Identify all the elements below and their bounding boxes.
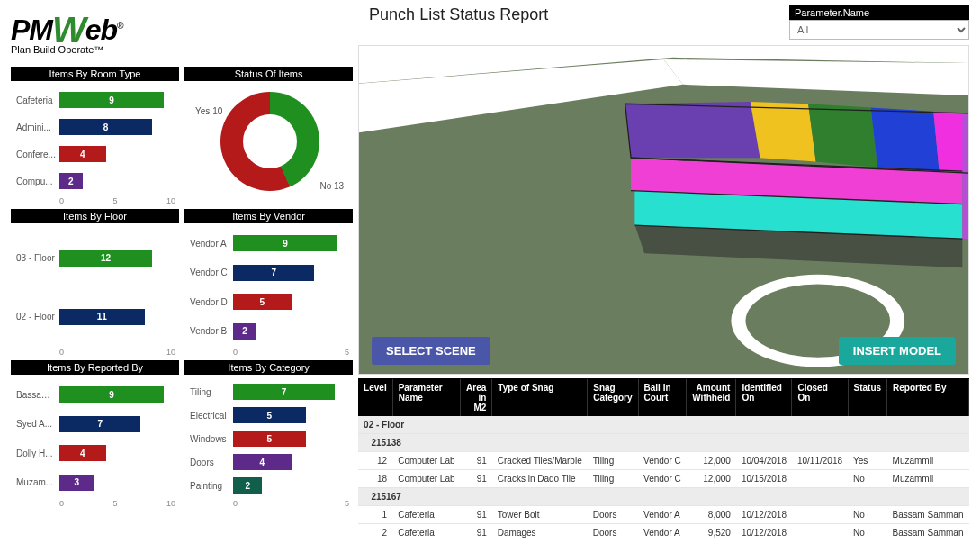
bar: 2 xyxy=(59,173,83,189)
axis-tick: 0 xyxy=(233,348,238,357)
svg-marker-15 xyxy=(962,113,968,239)
chart-title: Status Of Items xyxy=(184,67,353,81)
model-viewer[interactable]: SELECT SCENE INSERT MODEL xyxy=(358,45,969,375)
bar-label: 02 - Floor xyxy=(16,312,59,322)
donut-label-yes: Yes 10 xyxy=(195,106,222,116)
column-header[interactable]: Level xyxy=(358,379,392,416)
bar-row: 03 - Floor12 xyxy=(16,249,175,268)
bar: 11 xyxy=(59,309,145,325)
bar: 5 xyxy=(233,407,306,423)
table-row[interactable]: 2Cafeteria91DamagesDoorsVendor A9,52010/… xyxy=(358,524,968,541)
chart-title: Items By Floor xyxy=(11,209,179,223)
page-title: Punch List Status Report xyxy=(369,5,789,24)
axis-tick: 5 xyxy=(113,499,118,508)
select-scene-button[interactable]: SELECT SCENE xyxy=(372,337,490,365)
bar-label: Compu... xyxy=(16,177,59,186)
column-header[interactable]: Snag Category xyxy=(588,379,638,416)
bar: 7 xyxy=(233,384,335,400)
chart-vendor: Items By Vendor Vendor A9Vendor C7Vendor… xyxy=(184,209,353,358)
bar-row: Vendor C7 xyxy=(190,263,349,283)
svg-marker-13 xyxy=(871,108,940,172)
bar-label: Tiling xyxy=(190,387,233,397)
table-group-row[interactable]: 215167 xyxy=(358,488,968,506)
column-header[interactable]: Amount Withheld xyxy=(687,379,736,416)
bar: 4 xyxy=(59,445,106,461)
bar-label: 03 - Floor xyxy=(16,253,59,263)
chart-status: Status Of Items Yes 10 No 13 xyxy=(184,67,353,207)
table-row[interactable]: 12Computer Lab91Cracked Tiles/MarbleTili… xyxy=(358,452,968,470)
bar-row: Vendor A9 xyxy=(190,233,349,253)
logo-pre: PM xyxy=(11,14,52,46)
bar: 5 xyxy=(233,431,306,447)
bar-label: Syed A... xyxy=(16,419,59,429)
chart-title: Items By Vendor xyxy=(184,209,353,223)
column-header[interactable]: Ball In Court xyxy=(638,379,687,416)
axis-tick: 5 xyxy=(345,348,349,357)
column-header[interactable]: Identified On xyxy=(736,379,792,416)
bar-row: Confere...4 xyxy=(16,144,175,164)
chart-title: Items By Room Type xyxy=(11,67,179,81)
column-header[interactable]: Reported By xyxy=(887,379,969,416)
insert-model-button[interactable]: INSERT MODEL xyxy=(839,337,956,365)
axis-tick: 0 xyxy=(59,499,64,508)
table-group-row[interactable]: 215138 xyxy=(358,434,968,452)
bar: 4 xyxy=(59,146,106,162)
chart-reported-by: Items By Reported By Bassam...9Syed A...… xyxy=(11,360,179,510)
bar-label: Dolly H... xyxy=(16,449,59,458)
bar-row: Admini...8 xyxy=(16,117,175,137)
bar-row: Muzam...3 xyxy=(16,473,175,493)
bar: 9 xyxy=(233,235,337,251)
table-group-row[interactable]: 02 - Floor xyxy=(358,416,968,434)
bar-row: Vendor B2 xyxy=(190,322,349,341)
axis-tick: 10 xyxy=(166,348,175,357)
bar: 8 xyxy=(59,119,152,135)
bar-label: Vendor B xyxy=(190,326,233,336)
column-header[interactable]: Parameter Name xyxy=(392,379,460,416)
bar-label: Doors xyxy=(190,458,233,467)
bar-label: Vendor A xyxy=(190,239,233,249)
bar: 2 xyxy=(233,477,262,494)
column-header[interactable]: Area in M2 xyxy=(461,379,492,416)
donut-chart xyxy=(220,92,319,191)
column-header[interactable]: Type of Snag xyxy=(492,379,588,416)
table-row[interactable]: 18Computer Lab91Cracks in Dado TileTilin… xyxy=(358,470,968,488)
table-row[interactable]: 1Cafeteria91Tower BoltDoorsVendor A8,000… xyxy=(358,506,968,524)
bar: 9 xyxy=(59,386,164,403)
svg-marker-10 xyxy=(625,102,760,158)
bar-row: Syed A...7 xyxy=(16,414,175,434)
parameter-select[interactable]: All xyxy=(789,20,969,40)
bar-label: Confere... xyxy=(16,150,59,159)
data-table[interactable]: LevelParameter NameArea in M2Type of Sna… xyxy=(358,378,969,540)
bar-row: Compu...2 xyxy=(16,171,175,191)
bar: 12 xyxy=(59,250,152,267)
column-header[interactable]: Closed On xyxy=(792,379,848,416)
bar-label: Vendor C xyxy=(190,267,233,277)
chart-title: Items By Reported By xyxy=(11,360,179,375)
column-header[interactable]: Status xyxy=(848,379,887,416)
axis-tick: 0 xyxy=(59,196,64,205)
bar-row: Dolly H...4 xyxy=(16,443,175,463)
bar-row: Electrical5 xyxy=(190,405,349,425)
axis-tick: 10 xyxy=(166,499,175,508)
axis-tick: 5 xyxy=(345,499,349,508)
bar-row: Painting2 xyxy=(190,476,349,495)
bar: 7 xyxy=(59,416,140,432)
bar: 9 xyxy=(59,92,164,108)
svg-marker-11 xyxy=(751,102,816,161)
bar-label: Painting xyxy=(190,481,233,491)
chart-room-type: Items By Room Type Cafeteria9Admini...8C… xyxy=(11,67,179,207)
axis-tick: 0 xyxy=(59,348,64,357)
bar-row: Cafeteria9 xyxy=(16,90,175,110)
bar: 2 xyxy=(233,323,256,340)
bar: 7 xyxy=(233,265,314,281)
bar-label: Vendor D xyxy=(190,297,233,307)
bar-label: Bassam... xyxy=(16,390,59,400)
axis-tick: 0 xyxy=(233,499,238,508)
bar: 4 xyxy=(233,454,292,470)
bar-label: Muzam... xyxy=(16,477,59,487)
axis-tick: 10 xyxy=(166,196,175,205)
bar: 5 xyxy=(233,294,292,310)
svg-marker-12 xyxy=(808,104,877,168)
bar-row: Vendor D5 xyxy=(190,292,349,312)
bar: 3 xyxy=(59,475,94,491)
